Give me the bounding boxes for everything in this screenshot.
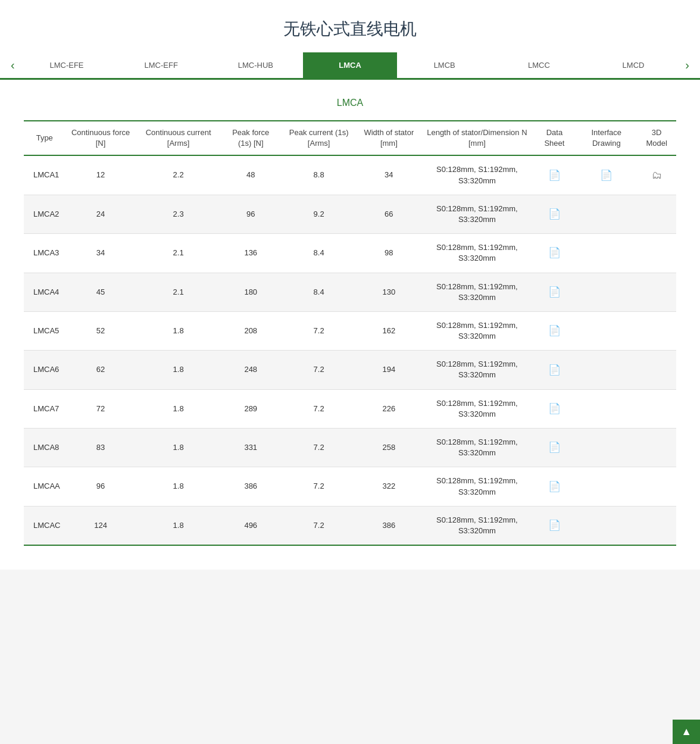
- cell-peak-force: 496: [221, 506, 281, 545]
- col-header-4: Peak current (1s) [Arms]: [281, 121, 357, 155]
- col-header-6: Length of stator/Dimension N [mm]: [421, 121, 533, 155]
- cell-3d-model: [637, 506, 676, 545]
- table-row: LMCA5521.82087.2162S0:128mm, S1:192mm, S…: [24, 311, 676, 350]
- cell-peak-current: 7.2: [281, 389, 357, 428]
- cell-cont-current: 1.8: [136, 467, 221, 506]
- cell-peak-force: 208: [221, 311, 281, 350]
- cell-cont-force: 96: [65, 467, 136, 506]
- tab-lmca[interactable]: LMCA: [303, 52, 398, 78]
- cell-cont-force: 52: [65, 311, 136, 350]
- cell-data-sheet[interactable]: 📄: [533, 351, 576, 389]
- cell-data-sheet[interactable]: 📄: [533, 467, 576, 506]
- pdf-icon[interactable]: 📄: [548, 403, 561, 414]
- cell-data-sheet[interactable]: 📄: [533, 234, 576, 273]
- cell-peak-current: 9.2: [281, 195, 357, 233]
- cell-width-stator: 226: [357, 389, 421, 428]
- cell-interface-drawing[interactable]: 📄: [576, 155, 637, 195]
- pdf-icon[interactable]: 📄: [548, 247, 561, 258]
- cell-type: LMCA1: [24, 155, 65, 195]
- cell-peak-current: 7.2: [281, 311, 357, 350]
- pdf-icon[interactable]: 📄: [548, 286, 561, 298]
- cell-width-stator: 130: [357, 273, 421, 311]
- col-header-1: Continuous force [N]: [65, 121, 136, 155]
- tab-lmcb[interactable]: LMCB: [397, 52, 492, 78]
- cell-peak-current: 7.2: [281, 351, 357, 389]
- cell-peak-force: 331: [221, 429, 281, 467]
- cell-type: LMCA8: [24, 429, 65, 467]
- cell-3d-model: [637, 467, 676, 506]
- col-header-5: Width of stator [mm]: [357, 121, 421, 155]
- cell-type: LMCA2: [24, 195, 65, 233]
- cell-3d-model: [637, 351, 676, 389]
- prev-arrow[interactable]: ‹: [6, 52, 20, 78]
- cell-type: LMCAC: [24, 506, 65, 545]
- tab-lmcc[interactable]: LMCC: [492, 52, 586, 78]
- col-header-3: Peak force (1s) [N]: [221, 121, 281, 155]
- cell-width-stator: 322: [357, 467, 421, 506]
- tab-lmcd[interactable]: LMCD: [586, 52, 681, 78]
- cell-length-stator: S0:128mm, S1:192mm, S3:320mm: [421, 273, 533, 311]
- cell-data-sheet[interactable]: 📄: [533, 195, 576, 233]
- cell-length-stator: S0:128mm, S1:192mm, S3:320mm: [421, 195, 533, 233]
- next-arrow[interactable]: ›: [680, 52, 694, 78]
- cell-type: LMCA5: [24, 311, 65, 350]
- cell-type: LMCA4: [24, 273, 65, 311]
- cell-type: LMCA6: [24, 351, 65, 389]
- cell-type: LMCA7: [24, 389, 65, 428]
- table-header-row: TypeContinuous force [N]Continuous curre…: [24, 121, 676, 155]
- tab-bar: ‹ LMC-EFELMC-EFFLMC-HUBLMCALMCBLMCCLMCD …: [0, 52, 700, 80]
- cell-interface-drawing: [576, 467, 637, 506]
- cell-3d-model: [637, 389, 676, 428]
- cell-3d-model: [637, 429, 676, 467]
- interface-pdf-icon[interactable]: 📄: [600, 170, 612, 181]
- cell-peak-force: 386: [221, 467, 281, 506]
- pdf-icon[interactable]: 📄: [548, 208, 561, 220]
- cell-data-sheet[interactable]: 📄: [533, 273, 576, 311]
- cell-length-stator: S0:128mm, S1:192mm, S3:320mm: [421, 506, 533, 545]
- cell-peak-force: 289: [221, 389, 281, 428]
- pdf-icon[interactable]: 📄: [548, 481, 561, 492]
- cell-cont-force: 24: [65, 195, 136, 233]
- col-header-9: 3D Model: [637, 121, 676, 155]
- cell-data-sheet[interactable]: 📄: [533, 155, 576, 195]
- cell-peak-current: 8.4: [281, 234, 357, 273]
- cell-cont-force: 72: [65, 389, 136, 428]
- cell-peak-current: 7.2: [281, 429, 357, 467]
- cell-data-sheet[interactable]: 📄: [533, 311, 576, 350]
- cell-cont-current: 1.8: [136, 389, 221, 428]
- cell-cont-current: 1.8: [136, 429, 221, 467]
- pdf-icon[interactable]: 📄: [548, 442, 561, 453]
- tab-lmc-efe[interactable]: LMC-EFE: [20, 52, 114, 78]
- cell-peak-current: 7.2: [281, 467, 357, 506]
- cell-interface-drawing: [576, 195, 637, 233]
- tab-lmc-hub[interactable]: LMC-HUB: [208, 52, 303, 78]
- pdf-icon[interactable]: 📄: [548, 520, 561, 531]
- cell-data-sheet[interactable]: 📄: [533, 389, 576, 428]
- cell-interface-drawing: [576, 311, 637, 350]
- pdf-icon[interactable]: 📄: [548, 325, 561, 336]
- cell-data-sheet[interactable]: 📄: [533, 506, 576, 545]
- cell-width-stator: 98: [357, 234, 421, 273]
- cell-cont-force: 62: [65, 351, 136, 389]
- cell-cont-current: 2.1: [136, 234, 221, 273]
- cell-width-stator: 386: [357, 506, 421, 545]
- cell-3d-model: [637, 195, 676, 233]
- table-body: LMCA1122.2488.834S0:128mm, S1:192mm, S3:…: [24, 155, 676, 545]
- cell-3d-model[interactable]: 🗂: [637, 155, 676, 195]
- pdf-icon[interactable]: 📄: [548, 170, 561, 181]
- cell-interface-drawing: [576, 389, 637, 428]
- cell-cont-current: 2.2: [136, 155, 221, 195]
- 3d-model-icon[interactable]: 🗂: [652, 170, 662, 181]
- cell-width-stator: 66: [357, 195, 421, 233]
- table-row: LMCA7721.82897.2226S0:128mm, S1:192mm, S…: [24, 389, 676, 428]
- cell-peak-force: 48: [221, 155, 281, 195]
- page-title: 无铁心式直线电机: [0, 0, 700, 52]
- cell-type: LMCA3: [24, 234, 65, 273]
- table-row: LMCAC1241.84967.2386S0:128mm, S1:192mm, …: [24, 506, 676, 545]
- pdf-icon[interactable]: 📄: [548, 364, 561, 376]
- tab-lmc-eff[interactable]: LMC-EFF: [114, 52, 208, 78]
- cell-data-sheet[interactable]: 📄: [533, 429, 576, 467]
- cell-width-stator: 258: [357, 429, 421, 467]
- cell-peak-force: 136: [221, 234, 281, 273]
- cell-interface-drawing: [576, 234, 637, 273]
